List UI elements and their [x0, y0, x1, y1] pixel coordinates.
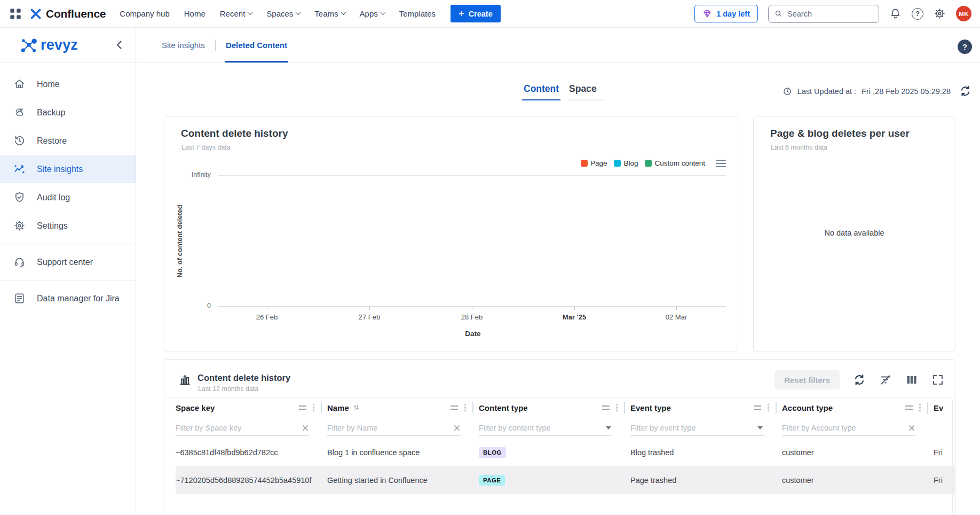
column-menu-icon[interactable] [464, 407, 467, 409]
column-menu-icon[interactable] [616, 407, 618, 409]
table-filter-row [176, 417, 955, 439]
column-header-content-type[interactable]: Content type [479, 398, 630, 417]
legend-item-blog[interactable]: Blog [614, 159, 638, 167]
filter-account-type[interactable] [782, 420, 915, 435]
column-menu-icon[interactable] [313, 407, 315, 409]
confluence-logo[interactable]: Confluence [29, 7, 106, 21]
nav-teams[interactable]: Teams [314, 9, 345, 18]
legend-item-custom-content[interactable]: Custom content [645, 159, 705, 167]
filter-name[interactable] [327, 420, 461, 435]
document-list-icon [13, 292, 26, 305]
nav-spaces[interactable]: Spaces [266, 9, 300, 18]
clear-filter-icon[interactable] [453, 424, 461, 432]
filter-event-type-input[interactable] [630, 424, 755, 432]
columns-icon[interactable] [905, 373, 918, 386]
sidebar-item-data-manager-jira[interactable]: Data manager for Jira [0, 284, 136, 313]
sidebar-item-settings[interactable]: Settings [0, 212, 136, 240]
column-header-name[interactable]: Name [327, 398, 479, 417]
sidebar-item-backup[interactable]: Backup [0, 98, 136, 127]
filter-event-type[interactable] [630, 420, 764, 435]
user-avatar[interactable]: MK [956, 6, 971, 21]
drag-handle-icon[interactable] [602, 405, 610, 410]
settings-gear-icon[interactable] [934, 7, 946, 20]
nav-templates[interactable]: Templates [399, 9, 436, 18]
sidebar-divider [0, 244, 136, 244]
dropdown-caret-icon[interactable] [606, 426, 611, 430]
column-menu-icon[interactable] [768, 407, 770, 409]
cell-event-time: Fri [934, 476, 955, 485]
tab-content[interactable]: Content [522, 80, 560, 100]
page-help-icon[interactable]: ? [958, 40, 972, 54]
chevron-down-icon [296, 10, 301, 15]
filter-content-type[interactable] [479, 420, 612, 435]
drag-handle-icon[interactable] [905, 405, 913, 410]
cell-name: Getting started in Confluence [327, 476, 479, 485]
column-header-event-time[interactable]: Ev [934, 398, 955, 417]
reset-filters-button[interactable]: Reset filters [774, 370, 840, 389]
sidebar-item-restore[interactable]: Restore [0, 127, 136, 155]
refresh-icon[interactable] [959, 85, 971, 97]
x-tick [369, 307, 370, 310]
legend-item-page[interactable]: Page [581, 159, 607, 167]
column-header-account-type[interactable]: Account type [782, 398, 934, 417]
filter-name-input[interactable] [327, 424, 451, 432]
clear-filter-icon[interactable] [302, 424, 309, 432]
trial-days-left-button[interactable]: 1 day left [694, 5, 758, 22]
nav-apps[interactable]: Apps [360, 9, 385, 18]
nav-company-hub[interactable]: Company hub [120, 9, 169, 18]
help-icon[interactable]: ? [912, 8, 923, 20]
sidebar-item-home[interactable]: Home [0, 70, 136, 98]
column-header-event-type[interactable]: Event type [630, 398, 782, 417]
column-menu-icon[interactable] [919, 407, 921, 409]
gear-icon [13, 220, 26, 232]
drag-handle-icon[interactable] [299, 405, 306, 410]
dropdown-caret-icon[interactable] [757, 426, 763, 430]
table-row[interactable]: ~7120205d56d88928574452b5a45910f Getting… [176, 466, 955, 494]
cell-name: Blog 1 in confluence space [327, 448, 479, 457]
nav-home[interactable]: Home [184, 9, 206, 18]
nav-recent[interactable]: Recent [220, 9, 252, 18]
sidebar-menu: Home Backup Restore Site insights [0, 63, 136, 313]
drag-handle-icon[interactable] [451, 405, 458, 410]
drag-handle-icon[interactable] [754, 405, 761, 410]
chart-menu-icon[interactable] [716, 163, 726, 165]
collapse-sidebar-icon[interactable] [113, 38, 126, 51]
restore-history-icon [13, 135, 26, 147]
sidebar-divider [0, 280, 136, 280]
main-content: Site insights Deleted Content ? Content … [137, 28, 980, 515]
table-scrollbar-track[interactable] [952, 400, 953, 515]
card-title: Page & blog deletes per user [770, 128, 910, 139]
fullscreen-icon[interactable] [931, 373, 944, 386]
x-axis-label: Mar '25 [550, 313, 598, 321]
tab-deleted-content[interactable]: Deleted Content [225, 28, 288, 63]
filter-account-type-input[interactable] [782, 424, 906, 432]
table-refresh-icon[interactable] [853, 373, 866, 386]
clear-filters-icon[interactable] [879, 373, 892, 386]
search-box[interactable] [768, 5, 879, 23]
sidebar-item-audit-log[interactable]: Audit log [0, 183, 136, 212]
filter-space-key[interactable] [176, 420, 309, 435]
x-tick [574, 307, 575, 310]
filter-space-key-input[interactable] [176, 424, 299, 432]
sidebar-item-support-center[interactable]: Support center [0, 248, 136, 276]
app-switcher-icon[interactable] [9, 7, 22, 21]
bar-chart-icon [178, 373, 192, 386]
sort-icon[interactable] [353, 404, 360, 411]
table-row[interactable]: ~6385c81df48fbd9b62d782cc Blog 1 in conf… [176, 439, 955, 466]
y-axis-title: No. of content deleted [176, 193, 184, 290]
sidebar-item-site-insights[interactable]: Site insights [0, 155, 136, 183]
notifications-bell-icon[interactable] [889, 7, 902, 20]
tab-space[interactable]: Space [567, 80, 604, 100]
tab-site-insights[interactable]: Site insights [161, 28, 206, 63]
cell-space-key: ~6385c81df48fbd9b62d782cc [176, 448, 327, 457]
cell-event-time: Fri [934, 448, 955, 457]
filter-content-type-input[interactable] [479, 424, 604, 432]
create-button[interactable]: + Create [451, 5, 501, 22]
last-updated-label: Last Updated at : [797, 87, 856, 96]
content-type-badge: BLOG [479, 447, 506, 458]
table-title: Content delete history [197, 373, 290, 383]
search-input[interactable] [787, 10, 873, 18]
insights-trend-icon [13, 163, 26, 175]
clear-filter-icon[interactable] [908, 424, 915, 432]
column-header-space-key[interactable]: Space key [176, 398, 327, 417]
